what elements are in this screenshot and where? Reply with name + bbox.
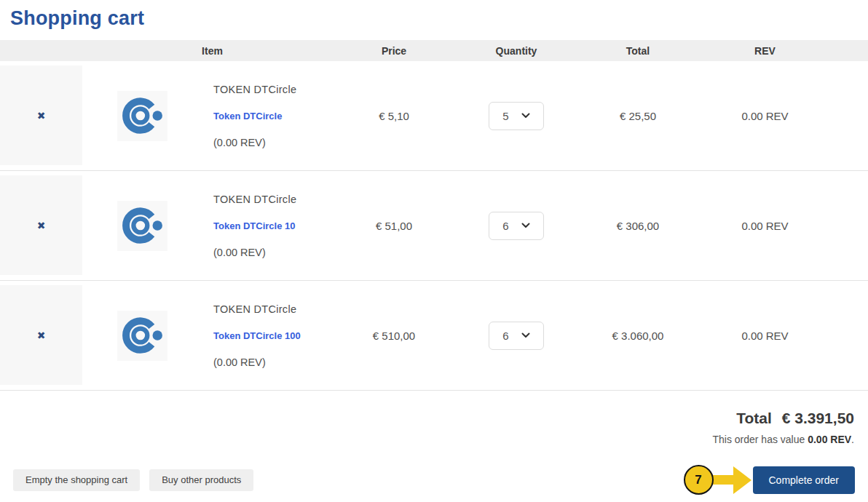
- buy-other-products-button[interactable]: Buy other products: [149, 469, 253, 491]
- item-name: TOKEN DTCircle: [213, 194, 296, 205]
- quantity-select[interactable]: 6: [489, 322, 544, 350]
- order-summary: Total€ 3.391,50 This order has value 0.0…: [0, 391, 868, 445]
- dtcircle-logo-icon: [120, 203, 165, 248]
- remove-icon: ✖: [37, 110, 46, 121]
- item-link[interactable]: Token DTCircle 100: [213, 330, 301, 341]
- chevron-down-icon: [521, 113, 530, 119]
- order-total-value: € 3.391,50: [782, 410, 854, 426]
- remove-item-cell: ✖: [0, 175, 82, 275]
- title-bar: Shopping cart: [0, 0, 868, 40]
- total-cell: € 306,00: [587, 220, 689, 232]
- empty-cart-button[interactable]: Empty the shopping cart: [13, 469, 140, 491]
- product-image-cell: [82, 311, 202, 361]
- item-link[interactable]: Token DTCircle: [213, 111, 282, 121]
- product-image-cell: [82, 91, 202, 141]
- remove-item-cell: ✖: [0, 285, 82, 385]
- remove-icon: ✖: [37, 330, 46, 341]
- cart-table-header: Item Price Quantity Total REV: [0, 40, 868, 61]
- arrow-tail: [711, 475, 733, 485]
- step-7-annotation-badge: 7: [684, 465, 714, 495]
- order-total-line: Total€ 3.391,50: [0, 410, 854, 427]
- total-cell: € 25,50: [587, 110, 689, 122]
- quantity-cell: 6: [446, 212, 587, 240]
- secondary-actions: Empty the shopping cart Buy other produc…: [13, 469, 253, 491]
- item-link[interactable]: Token DTCircle 10: [213, 220, 295, 231]
- item-info-cell: TOKEN DTCircle Token DTCircle (0.00 REV): [202, 84, 342, 148]
- item-rev-note: (0.00 REV): [213, 356, 266, 368]
- item-name: TOKEN DTCircle: [213, 84, 296, 95]
- chevron-down-icon: [521, 223, 530, 228]
- annotation-arrow-icon: [711, 466, 751, 494]
- quantity-cell: 5: [446, 102, 587, 130]
- cart-row: ✖ TOKEN DTCircle Token DTCircle 10 (0.00…: [0, 171, 868, 281]
- arrow-head: [733, 466, 751, 494]
- quantity-value: 6: [502, 220, 508, 232]
- product-logo-tile[interactable]: [117, 91, 167, 141]
- product-logo-tile[interactable]: [117, 311, 167, 361]
- dtcircle-logo-icon: [120, 93, 165, 138]
- cart-row: ✖ TOKEN DTCircle Token DTCircle (0.00 RE…: [0, 61, 868, 171]
- price-cell: € 5,10: [342, 110, 446, 122]
- complete-order-button[interactable]: Complete order: [753, 466, 856, 494]
- item-rev-note: (0.00 REV): [213, 247, 266, 258]
- order-rev-text: This order has value: [712, 434, 808, 445]
- chevron-down-icon: [521, 332, 530, 338]
- total-cell: € 3.060,00: [587, 330, 689, 342]
- quantity-value: 6: [502, 330, 508, 342]
- item-info-cell: TOKEN DTCircle Token DTCircle 100 (0.00 …: [202, 303, 342, 368]
- item-info-cell: TOKEN DTCircle Token DTCircle 10 (0.00 R…: [202, 194, 342, 258]
- price-cell: € 510,00: [342, 330, 446, 342]
- order-rev-value: 0.00 REV: [808, 434, 851, 445]
- rev-cell: 0.00 REV: [689, 220, 841, 232]
- order-rev-suffix: .: [851, 434, 854, 445]
- bottom-action-bar: Empty the shopping cart Buy other produc…: [0, 465, 868, 502]
- item-name: TOKEN DTCircle: [213, 303, 296, 315]
- cart-row: ✖ TOKEN DTCircle Token DTCircle 100 (0.0…: [0, 281, 868, 391]
- remove-icon: ✖: [37, 220, 46, 231]
- quantity-select[interactable]: 5: [489, 102, 544, 130]
- item-rev-note: (0.00 REV): [213, 137, 266, 148]
- column-header-rev: REV: [689, 45, 841, 57]
- quantity-value: 5: [502, 110, 508, 122]
- complete-order-area: 7 Complete order: [684, 465, 856, 495]
- remove-item-button[interactable]: ✖: [37, 220, 46, 231]
- quantity-select[interactable]: 6: [489, 212, 544, 240]
- price-cell: € 51,00: [342, 220, 446, 232]
- shopping-cart-page: Shopping cart Item Price Quantity Total …: [0, 0, 868, 502]
- product-logo-tile[interactable]: [117, 201, 167, 251]
- column-header-quantity: Quantity: [446, 45, 587, 57]
- rev-cell: 0.00 REV: [689, 330, 841, 342]
- remove-item-button[interactable]: ✖: [37, 111, 46, 121]
- product-image-cell: [82, 201, 202, 251]
- column-header-item: Item: [82, 45, 342, 57]
- page-title: Shopping cart: [10, 7, 144, 29]
- order-total-label: Total: [736, 410, 772, 426]
- remove-item-button[interactable]: ✖: [37, 330, 46, 340]
- column-header-price: Price: [342, 45, 446, 57]
- order-rev-line: This order has value 0.00 REV.: [0, 434, 854, 445]
- remove-item-cell: ✖: [0, 65, 82, 165]
- quantity-cell: 6: [446, 322, 587, 350]
- column-header-total: Total: [587, 45, 689, 57]
- rev-cell: 0.00 REV: [689, 110, 841, 122]
- dtcircle-logo-icon: [120, 313, 165, 358]
